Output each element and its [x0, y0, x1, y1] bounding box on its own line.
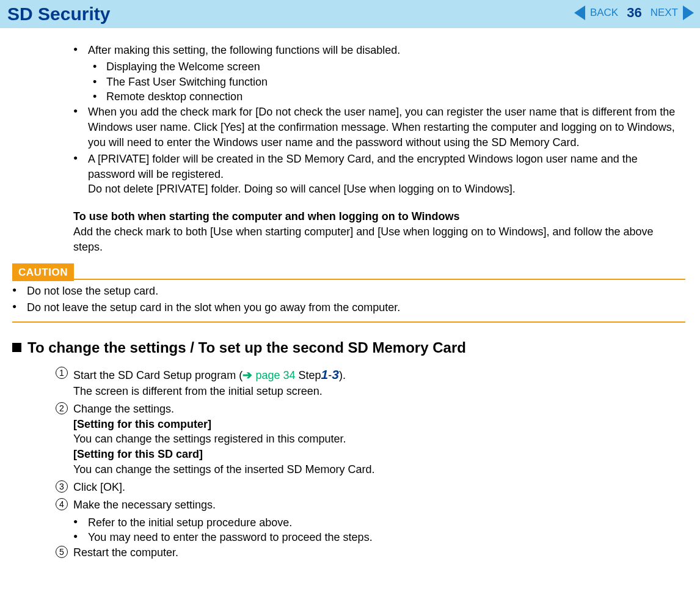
caution-item: Do not leave the setup card in the slot … — [12, 300, 685, 315]
sub-bullet-item: The Fast User Switching function — [73, 75, 685, 90]
sub-bullet-item: Displaying the Welcome screen — [73, 59, 685, 75]
nested-bullet-item: You may need to enter the password to pr… — [55, 530, 685, 545]
setting-desc: You can change the settings of the inser… — [73, 463, 375, 475]
caution-divider — [74, 263, 685, 281]
page-content: After making this setting, the following… — [0, 28, 700, 587]
arrow-right-icon: ➔ — [242, 369, 255, 381]
setting-desc: You can change the settings registered i… — [73, 433, 346, 445]
bullet-list: After making this setting, the following… — [55, 43, 685, 197]
step-number-icon: 2 — [55, 402, 68, 415]
step-subtext: The screen is different from the initial… — [73, 385, 323, 397]
step-text: Change the settings. — [73, 403, 174, 415]
caution-header: CAUTION — [12, 263, 685, 281]
section-heading-text: To change the settings / To set up the s… — [27, 339, 466, 356]
bullet-item: A [PRIVATE] folder will be created in th… — [73, 152, 685, 197]
page-title: SD Security — [7, 4, 110, 24]
next-arrow-icon[interactable] — [683, 6, 694, 20]
step-number-icon: 1 — [55, 366, 68, 380]
bullet-text: A [PRIVATE] folder will be created in th… — [88, 153, 638, 180]
bullet-item: When you add the check mark for [Do not … — [73, 105, 685, 150]
caution-label: CAUTION — [12, 263, 74, 281]
caution-item: Do not lose the setup card. — [12, 284, 685, 299]
setting-label: [Setting for this SD card] — [73, 448, 203, 460]
step-4: 4 Make the necessary settings. — [55, 497, 685, 513]
step-text: Start the SD Card Setup program ( — [73, 369, 242, 381]
step-number-icon: 5 — [55, 545, 68, 559]
step-ref-num: 1 — [321, 367, 329, 381]
step-number-icon: 3 — [55, 480, 68, 493]
back-button[interactable]: BACK — [588, 7, 621, 19]
page-number: 36 — [623, 5, 645, 21]
step-number-icon: 4 — [55, 497, 68, 511]
bullet-text: Do not delete [PRIVATE] folder. Doing so… — [88, 183, 516, 195]
nav-group: BACK 36 NEXT — [574, 5, 694, 21]
step-ref-num: 3 — [332, 367, 339, 381]
nested-bullet-item: Refer to the initial setup procedure abo… — [55, 515, 685, 530]
step-3: 3 Click [OK]. — [55, 480, 685, 495]
back-arrow-icon[interactable] — [574, 6, 585, 20]
sub-bullet-item: Remote desktop connection — [73, 89, 685, 105]
step-1: 1 Start the SD Card Setup program (➔ pag… — [55, 366, 685, 399]
step-5: 5 Restart the computer. — [55, 545, 685, 560]
section-heading: To change the settings / To set up the s… — [12, 337, 685, 358]
next-button[interactable]: NEXT — [648, 7, 680, 19]
bullet-item: After making this setting, the following… — [73, 43, 685, 58]
step-text: Make the necessary settings. — [73, 499, 216, 511]
setting-label: [Setting for this computer] — [73, 418, 211, 430]
page-link[interactable]: page 34 — [255, 369, 295, 381]
square-bullet-icon — [12, 343, 21, 352]
caution-separator — [12, 321, 685, 323]
paragraph: Add the check mark to both [Use when sta… — [55, 224, 685, 255]
step-text: Restart the computer. — [73, 546, 178, 559]
step-text: Click [OK]. — [73, 481, 125, 493]
step-2: 2 Change the settings. [Setting for this… — [55, 402, 685, 477]
header-bar: SD Security BACK 36 NEXT — [0, 0, 700, 28]
caution-body: Do not lose the setup card. Do not leave… — [12, 284, 685, 315]
step-text: ). — [339, 369, 346, 381]
step-text: Step — [295, 369, 321, 381]
subheading: To use both when starting the computer a… — [55, 209, 685, 224]
